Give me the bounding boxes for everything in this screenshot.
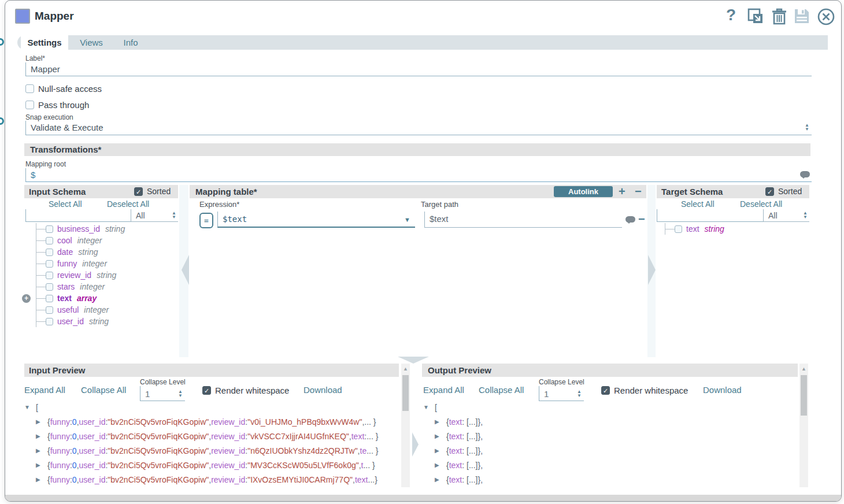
json-row[interactable]: ▶{funny: 0, user_id: "bv2nCi5Qv5vroFiqKG… [24,429,400,443]
spinner-arrows-icon[interactable]: ▲▼ [805,123,809,131]
expand-arrow-icon[interactable]: ▶ [435,462,446,468]
output-render-ws-checkbox[interactable]: ✓ [601,386,610,395]
collapse-arrow-icon[interactable]: ▼ [423,404,435,410]
schema-item-checkbox[interactable] [46,225,53,233]
preview-divider-handle[interactable] [398,357,429,364]
target-sorted-checkbox[interactable]: ✓ [765,187,774,196]
row-comment-bubble-icon[interactable] [625,216,635,223]
target-schema-type-select[interactable]: All ▲▼ [763,209,809,222]
schema-item-useful[interactable]: usefulinteger [36,304,175,316]
schema-item-checkbox[interactable] [46,295,53,302]
output-download-link[interactable]: Download [703,385,742,395]
help-icon[interactable]: ? [726,6,736,24]
json-row[interactable]: ▶{funny: 0, user_id: "bv2nCi5Qv5vroFiqKG… [24,458,400,472]
trash-icon[interactable] [771,7,787,25]
schema-item-text[interactable]: +textarray [36,292,175,304]
input-render-ws-checkbox[interactable]: ✓ [202,386,211,395]
schema-item-checkbox[interactable] [46,318,53,325]
schema-item-checkbox[interactable] [46,260,53,268]
preview-mid-chevron-icon[interactable] [412,432,419,457]
json-row[interactable]: ▶{funny: 0, user_id: "bv2nCi5Qv5vroFiqKG… [24,414,400,429]
json-row[interactable]: ▶{text: [...]}, [423,458,793,472]
tab-info[interactable]: Info [114,35,147,50]
save-icon[interactable] [793,8,810,25]
snap-execution-select[interactable]: Validate & Execute ▲▼ [25,121,812,135]
expand-arrow-icon[interactable]: ▶ [435,433,446,439]
schema-item-checkbox[interactable] [675,225,682,233]
expand-arrow-icon[interactable]: ▶ [36,462,47,468]
expand-arrow-icon[interactable]: ▶ [435,418,446,425]
spinner-arrows-icon[interactable]: ▲▼ [178,390,183,398]
null-safe-checkbox[interactable] [25,84,34,93]
input-preview-scrollbar[interactable]: ▲ [401,364,410,487]
schema-item-text[interactable]: textstring [665,223,804,235]
expand-arrow-icon[interactable]: ▶ [435,476,446,483]
target-schema-filter-input[interactable] [657,209,763,222]
schema-item-checkbox[interactable] [46,272,53,279]
label-input[interactable]: Mapper [25,62,812,76]
input-select-all-link[interactable]: Select All [49,199,82,209]
input-download-link[interactable]: Download [303,385,342,395]
schema-item-cool[interactable]: coolinteger [36,235,175,246]
schema-item-funny[interactable]: funnyinteger [36,258,175,269]
tab-views[interactable]: Views [73,35,110,50]
collapse-arrow-icon[interactable]: ▼ [24,404,36,410]
expand-arrow-icon[interactable]: ▶ [36,418,47,425]
json-root-row[interactable]: ▼[ [423,400,793,414]
tab-settings[interactable]: Settings [21,35,68,50]
collapse-right-chevron-icon[interactable] [648,255,656,285]
delete-row-icon[interactable]: − [638,214,645,224]
schema-item-review_id[interactable]: review_idstring [36,269,175,281]
json-row[interactable]: ▶{text: [...]}, [423,472,793,487]
output-collapse-level-input[interactable]: 1 ▲▼ [539,386,584,401]
input-deselect-all-link[interactable]: Deselect All [107,199,149,209]
schema-item-stars[interactable]: starsinteger [36,281,175,292]
json-row[interactable]: ▶{text: [...]}, [423,443,793,458]
json-row[interactable]: ▶{text: [...]}, [423,414,793,429]
input-expand-all-link[interactable]: Expand All [24,385,65,395]
mapping-root-input[interactable]: $ [25,168,812,182]
schema-item-user_id[interactable]: user_idstring [36,316,175,327]
json-root-row[interactable]: ▼[ [24,400,400,414]
json-row[interactable]: ▶{funny: 0, user_id: "bv2nCi5Qv5vroFiqKG… [24,472,400,487]
schema-item-checkbox[interactable] [46,283,53,291]
popout-icon[interactable] [747,8,764,25]
target-path-input[interactable]: $text [424,212,622,228]
collapse-left-chevron-icon[interactable] [182,255,189,285]
expand-arrow-icon[interactable]: ▶ [435,447,446,454]
input-collapse-level-input[interactable]: 1 ▲▼ [140,386,185,401]
input-schema-filter-input[interactable] [25,209,131,222]
json-row[interactable]: ▶{text: [...]}, [423,429,793,443]
output-preview-scrollbar[interactable]: ▲ [799,364,808,487]
target-deselect-all-link[interactable]: Deselect All [740,199,782,209]
scrollbar-thumb[interactable] [402,375,409,411]
autolink-button[interactable]: Autolink [554,186,613,197]
comment-bubble-icon[interactable] [800,171,810,177]
spinner-arrows-icon[interactable]: ▲▼ [172,211,176,219]
target-select-all-link[interactable]: Select All [681,199,715,209]
scroll-up-icon[interactable]: ▲ [799,366,808,372]
schema-item-checkbox[interactable] [46,306,53,314]
spinner-arrows-icon[interactable]: ▲▼ [803,211,808,219]
schema-item-business_id[interactable]: business_idstring [36,223,175,235]
expand-arrow-icon[interactable]: ▶ [36,476,47,483]
scrollbar-thumb[interactable] [801,375,807,416]
add-row-button[interactable]: + [619,186,625,197]
schema-item-date[interactable]: datestring [36,246,175,258]
expression-input[interactable]: $text ▼ [217,212,415,228]
expand-arrow-icon[interactable]: ▶ [36,433,47,439]
expand-arrow-icon[interactable]: ▶ [36,447,47,454]
output-collapse-all-link[interactable]: Collapse All [479,385,524,395]
pass-through-checkbox[interactable] [25,101,34,109]
json-row[interactable]: ▶{funny: 0, user_id: "bv2nCi5Qv5vroFiqKG… [24,443,400,458]
input-collapse-all-link[interactable]: Collapse All [81,385,126,395]
scroll-up-icon[interactable]: ▲ [401,366,410,372]
remove-row-button[interactable]: − [635,186,642,197]
schema-item-checkbox[interactable] [46,249,53,256]
close-icon[interactable] [817,8,835,26]
expand-plus-icon[interactable]: + [22,294,31,303]
input-sorted-checkbox[interactable]: ✓ [134,187,143,196]
spinner-arrows-icon[interactable]: ▲▼ [577,390,582,398]
output-expand-all-link[interactable]: Expand All [423,385,464,395]
expression-dropdown-icon[interactable]: ▼ [404,216,410,223]
